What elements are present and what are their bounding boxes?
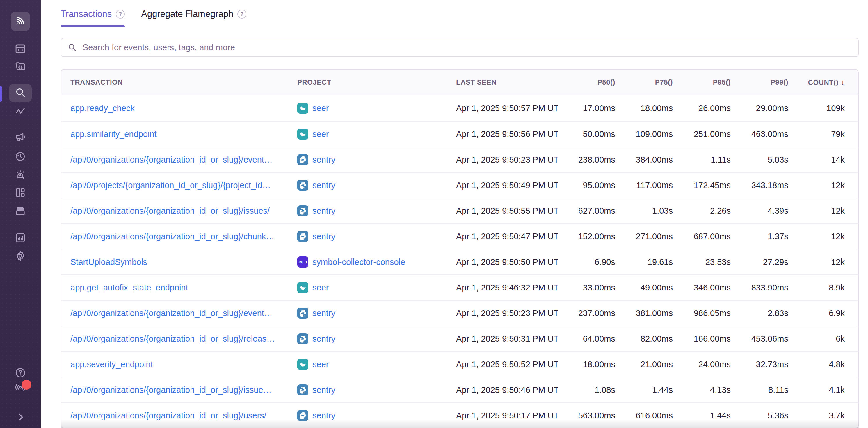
- transaction-link[interactable]: app.ready_check: [70, 103, 135, 113]
- transaction-link[interactable]: app.get_autofix_state_endpoint: [70, 283, 188, 292]
- sidebar-collapse-button[interactable]: [14, 410, 27, 423]
- transaction-link[interactable]: StartUploadSymbols: [70, 257, 147, 267]
- project-link[interactable]: sentry: [312, 155, 335, 165]
- column-header-count[interactable]: Count()↓: [788, 78, 859, 87]
- p75-cell: 117.00ms: [615, 180, 673, 190]
- p75-cell: 19.61s: [615, 257, 673, 267]
- project-link[interactable]: sentry: [312, 308, 335, 318]
- project-icon: [297, 129, 308, 139]
- p99-cell: 32.73ms: [731, 360, 788, 369]
- project-link[interactable]: seer: [312, 103, 329, 113]
- sidebar-item-traces[interactable]: [14, 105, 27, 118]
- p95-cell: 251.00ms: [673, 129, 731, 139]
- project-link[interactable]: sentry: [312, 385, 335, 395]
- sentry-logo-button[interactable]: [11, 12, 30, 31]
- p95-cell: 4.13s: [673, 385, 731, 395]
- p95-cell: 346.00ms: [673, 283, 731, 293]
- table-row: /api/0/organizations/{organization_id_or…: [61, 146, 858, 172]
- tab-transactions[interactable]: Transactions ?: [61, 9, 125, 27]
- p99-cell: 343.18ms: [731, 180, 788, 190]
- p50-cell: 17.00ms: [558, 103, 615, 113]
- column-header-transaction[interactable]: Transaction: [61, 78, 297, 86]
- table-row: /api/0/projects/{organization_id_or_slug…: [61, 172, 858, 198]
- transaction-link[interactable]: /api/0/organizations/{organization_id_or…: [70, 155, 273, 164]
- last-seen-cell: Apr 1, 2025 9:50:50 PM UTC: [456, 257, 558, 267]
- dotnet-icon-label: .NET: [298, 260, 307, 264]
- project-link[interactable]: sentry: [312, 232, 335, 241]
- transaction-link[interactable]: /api/0/organizations/{organization_id_or…: [70, 411, 267, 420]
- tab-aggregate-flamegraph-help-icon[interactable]: ?: [237, 9, 246, 19]
- issues-inbox-icon: [14, 43, 27, 56]
- sidebar-item-help[interactable]: [14, 367, 27, 380]
- project-link[interactable]: seer: [312, 129, 329, 139]
- count-cell: 79k: [788, 129, 859, 139]
- table-row: app.similarity_endpoint seer Apr 1, 2025…: [61, 121, 858, 146]
- project-link[interactable]: sentry: [312, 411, 335, 421]
- count-cell: 8.9k: [788, 283, 859, 293]
- column-header-p99[interactable]: P99(): [731, 78, 788, 86]
- sidebar-item-dashboards[interactable]: [14, 187, 27, 199]
- transaction-cell: /api/0/organizations/{organization_id_or…: [61, 334, 297, 344]
- table-body: app.ready_check seer Apr 1, 2025 9:50:57…: [61, 95, 858, 428]
- p95-cell: 172.45ms: [673, 180, 731, 190]
- table-row: /api/0/organizations/{organization_id_or…: [61, 300, 858, 326]
- column-header-last-seen[interactable]: Last Seen: [456, 78, 558, 86]
- tab-transactions-label: Transactions: [61, 9, 112, 19]
- tab-aggregate-flamegraph[interactable]: Aggregate Flamegraph ?: [141, 9, 246, 27]
- project-link[interactable]: seer: [312, 283, 329, 293]
- transaction-link[interactable]: /api/0/organizations/{organization_id_or…: [70, 334, 275, 343]
- column-header-project[interactable]: Project: [297, 78, 456, 86]
- sidebar-item-issues[interactable]: [14, 43, 27, 56]
- sidebar-item-alerts[interactable]: [14, 169, 27, 182]
- sidebar-item-stats[interactable]: [14, 232, 27, 245]
- sidebar-item-releases[interactable]: [14, 205, 27, 218]
- p99-cell: 1.37s: [731, 232, 788, 241]
- search-input[interactable]: [61, 38, 859, 57]
- project-link[interactable]: symbol-collector-console: [312, 257, 405, 267]
- project-cell: sentry: [297, 308, 456, 319]
- project-link[interactable]: seer: [312, 360, 329, 369]
- project-cell: sentry: [297, 231, 456, 242]
- sidebar-item-feedback[interactable]: [14, 131, 27, 144]
- transaction-link[interactable]: /api/0/organizations/{organization_id_or…: [70, 206, 270, 216]
- project-icon: [297, 180, 308, 191]
- project-icon: [297, 205, 308, 216]
- count-cell: 14k: [788, 155, 859, 165]
- transaction-link[interactable]: /api/0/organizations/{organization_id_or…: [70, 232, 274, 241]
- p50-cell: 18.00ms: [558, 360, 615, 369]
- sidebar-item-projects[interactable]: [14, 61, 27, 73]
- transaction-link[interactable]: /api/0/organizations/{organization_id_or…: [70, 308, 273, 318]
- p95-cell: 2.26s: [673, 206, 731, 216]
- transaction-link[interactable]: /api/0/projects/{organization_id_or_slug…: [70, 180, 271, 190]
- tab-transactions-help-icon[interactable]: ?: [116, 9, 125, 19]
- project-link[interactable]: sentry: [312, 180, 335, 190]
- sidebar-item-explore[interactable]: [14, 87, 27, 99]
- p50-cell: 627.00ms: [558, 206, 615, 216]
- main-content: Transactions ? Aggregate Flamegraph ? Tr…: [41, 0, 868, 428]
- column-header-p75[interactable]: P75(): [615, 78, 673, 86]
- count-cell: 12k: [788, 206, 859, 216]
- sidebar-item-settings[interactable]: [14, 250, 27, 263]
- project-link[interactable]: sentry: [312, 334, 335, 344]
- transaction-link[interactable]: app.severity_endpoint: [70, 360, 153, 369]
- sidebar-item-replays[interactable]: [14, 151, 27, 163]
- project-cell: seer: [297, 359, 456, 370]
- megaphone-icon: [14, 131, 27, 144]
- p75-cell: 1.44s: [615, 385, 673, 395]
- p50-cell: 563.00ms: [558, 411, 615, 421]
- transaction-link[interactable]: app.similarity_endpoint: [70, 129, 157, 139]
- project-icon: [297, 308, 308, 319]
- p99-cell: 453.06ms: [731, 334, 788, 344]
- column-header-p95[interactable]: P95(): [673, 78, 731, 86]
- chevron-right-icon: [14, 410, 27, 424]
- active-nav-indicator: [0, 86, 2, 102]
- column-header-p50[interactable]: P50(): [558, 78, 615, 86]
- zigzag-trace-icon: [14, 105, 27, 118]
- sentry-logo-icon: [14, 14, 27, 28]
- project-link[interactable]: sentry: [312, 206, 335, 216]
- transaction-link[interactable]: /api/0/organizations/{organization_id_or…: [70, 385, 272, 395]
- project-icon: [297, 103, 308, 114]
- transaction-cell: StartUploadSymbols: [61, 257, 297, 267]
- project-cell: sentry: [297, 180, 456, 191]
- project-icon: [297, 359, 308, 370]
